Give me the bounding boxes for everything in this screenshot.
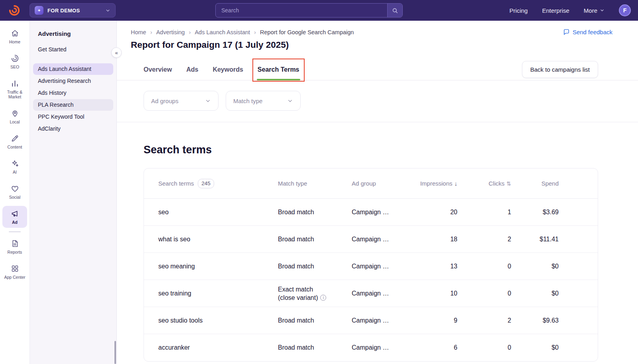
match-type-filter-label: Match type [233, 98, 262, 104]
enterprise-link[interactable]: Enterprise [542, 7, 569, 14]
ad-group-cell: Campaign … [352, 290, 415, 297]
sidebar-scrollbar-thumb[interactable] [114, 341, 116, 364]
sidebar-collapse-button[interactable]: « [111, 47, 122, 58]
sidebar-item-ppc-keyword-tool[interactable]: PPC Keyword Tool [33, 111, 113, 123]
impressions-cell: 13 [415, 263, 457, 270]
tab-label: Overview [144, 66, 172, 73]
sidebar-item-adclarity[interactable]: AdClarity [33, 123, 113, 135]
clicks-cell: 0 [457, 263, 511, 270]
ad-group-cell: Campaign … [352, 344, 415, 351]
match-type-cell: Broad match [278, 317, 352, 324]
match-type-line2: (close variant) [278, 294, 318, 302]
match-type-cell: Broad match [278, 344, 352, 351]
rail-item-traffic-market[interactable]: Traffic & Market [2, 76, 27, 102]
header-impressions-sort[interactable]: Impressions ↓ [415, 180, 457, 187]
search-terms-table: Search terms 245 Match type Ad group Imp… [144, 168, 598, 362]
bar-chart-icon [11, 79, 19, 88]
project-selector-button[interactable]: ✦ FOR DEMOS [30, 3, 116, 18]
rail-label: SEO [10, 65, 19, 69]
match-type-line1: Exact match [278, 286, 313, 293]
rail-label: Ad [12, 220, 18, 225]
ad-group-cell: Campaign … [352, 209, 415, 216]
more-menu[interactable]: More [584, 7, 605, 14]
ad-groups-filter[interactable]: Ad groups [144, 91, 219, 111]
search-term-cell: seo training [158, 290, 278, 297]
info-icon[interactable]: i [320, 295, 326, 301]
more-label: More [584, 7, 597, 14]
header-clicks-sort[interactable]: Clicks ⇅ [457, 180, 511, 187]
page-title: Report for Campaign 17 (1 July 2025) [131, 40, 612, 50]
breadcrumb-separator: › [254, 29, 256, 35]
user-avatar[interactable]: F [619, 4, 631, 16]
rail-label: Reports [8, 250, 22, 254]
topbar: ✦ FOR DEMOS Pricing Enterprise More F [0, 0, 638, 21]
sidebar-item-pla-research[interactable]: PLA Research [33, 99, 113, 111]
table-row: accuranker Broad match Campaign … 6 0 $0 [144, 334, 598, 361]
clicks-cell: 2 [457, 236, 511, 243]
rail-item-local[interactable]: Local [2, 106, 27, 127]
rail-item-reports[interactable]: Reports [2, 236, 27, 258]
sort-toggle-icon: ⇅ [506, 180, 511, 187]
rail-item-seo[interactable]: SEO [2, 51, 27, 72]
sidebar-item-advertising-research[interactable]: Advertising Research [33, 75, 113, 87]
tab-label: Keywords [213, 66, 243, 73]
spend-cell: $0 [511, 290, 559, 297]
map-pin-icon [11, 109, 19, 117]
tab-label: Search Terms [258, 66, 299, 73]
impressions-cell: 9 [415, 317, 457, 324]
match-type-cell: Broad match [278, 263, 352, 270]
tab-search-terms[interactable]: Search Terms [258, 59, 299, 80]
section-title: Search terms [144, 144, 598, 156]
rail-label: Traffic & Market [3, 90, 26, 99]
sidebar-item-ads-history[interactable]: Ads History [33, 87, 113, 99]
tab-overview[interactable]: Overview [144, 59, 172, 80]
sidebar-item-ads-launch-assistant[interactable]: Ads Launch Assistant [33, 63, 113, 75]
header-match-type: Match type [278, 180, 352, 187]
search-icon [392, 7, 398, 14]
rail-item-content[interactable]: Content [2, 131, 27, 153]
spend-cell: $0 [511, 263, 559, 270]
header-search-terms: Search terms 245 [158, 179, 278, 188]
sort-desc-icon: ↓ [455, 180, 458, 187]
impressions-cell: 18 [415, 236, 457, 243]
rail-item-social[interactable]: Social [2, 181, 27, 203]
sidebar-title: Advertising [30, 28, 116, 43]
search-input[interactable] [216, 4, 387, 17]
chevron-down-icon [287, 98, 293, 104]
table-row: seo studio tools Broad match Campaign … … [144, 307, 598, 334]
sparkles-icon [11, 159, 19, 168]
breadcrumb-advertising[interactable]: Advertising [156, 29, 185, 35]
grid-icon [11, 264, 19, 273]
pricing-link[interactable]: Pricing [510, 7, 528, 14]
breadcrumb: Home › Advertising › Ads Launch Assistan… [131, 29, 354, 35]
rail-item-app-center[interactable]: App Center [2, 261, 27, 283]
brand-logo-icon[interactable] [7, 3, 22, 18]
icon-rail: Home SEO Traffic & Market Local Content … [0, 21, 30, 364]
project-avatar-icon: ✦ [35, 6, 43, 15]
send-feedback-link[interactable]: Send feedback [563, 29, 612, 35]
table-row: what is seo Broad match Campaign … 18 2 … [144, 226, 598, 253]
back-to-campaigns-button[interactable]: Back to campaigns list [522, 61, 598, 78]
breadcrumb-home[interactable]: Home [131, 29, 146, 35]
breadcrumb-separator: › [189, 29, 191, 35]
table-row: seo Broad match Campaign … 20 1 $3.69 [144, 199, 598, 226]
search-term-cell: what is seo [158, 236, 278, 243]
rail-item-ad[interactable]: Ad [2, 206, 27, 228]
tab-keywords[interactable]: Keywords [213, 59, 243, 80]
match-type-cell: Broad match [278, 209, 352, 216]
match-type-filter[interactable]: Match type [226, 91, 301, 111]
sidebar-item-get-started[interactable]: Get Started [33, 44, 113, 55]
header-search-terms-label: Search terms [158, 180, 194, 187]
tab-label: Ads [186, 66, 198, 73]
home-icon [11, 29, 19, 37]
breadcrumb-current: Report for Google Search Campaign [260, 29, 354, 35]
pricing-label: Pricing [510, 7, 528, 14]
search-button[interactable] [387, 4, 402, 17]
tab-ads[interactable]: Ads [186, 59, 198, 80]
filters-row: Ad groups Match type [117, 80, 638, 122]
rail-item-home[interactable]: Home [2, 25, 27, 47]
feedback-chat-icon [563, 29, 570, 35]
rail-item-ai[interactable]: AI [2, 156, 27, 178]
breadcrumb-ads-launch-assistant[interactable]: Ads Launch Assistant [195, 29, 250, 35]
rail-label: Home [9, 39, 20, 44]
